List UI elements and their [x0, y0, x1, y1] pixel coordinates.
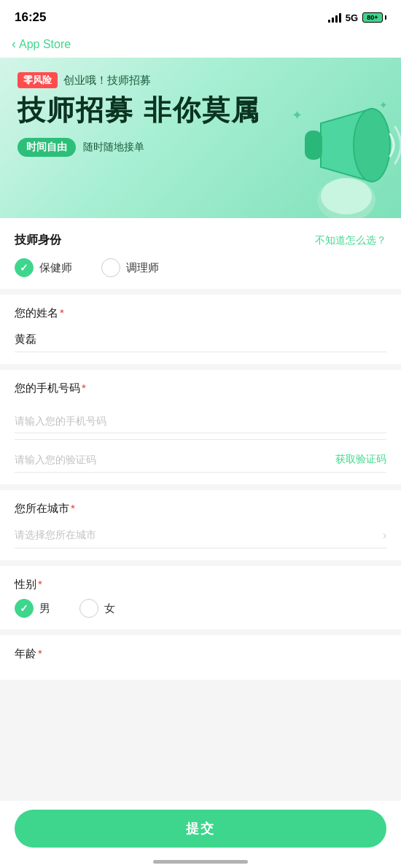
technician-title: 技师身份: [15, 233, 61, 248]
gender-section: 性别* 男 女: [0, 566, 401, 629]
phone-required: *: [82, 381, 86, 394]
radio-label-male: 男: [39, 602, 50, 616]
back-button[interactable]: ‹ App Store: [12, 36, 71, 52]
signal-bar-1: [328, 20, 330, 23]
name-required: *: [60, 306, 64, 319]
verify-code-input[interactable]: [15, 454, 335, 465]
radio-label-tiaoli: 调理师: [126, 261, 159, 275]
gender-label: 性别*: [15, 578, 386, 592]
back-chevron-icon: ‹: [12, 36, 16, 52]
city-label: 您所在城市*: [15, 502, 386, 516]
radio-circle-female[interactable]: [79, 599, 98, 618]
section-header: 技师身份 不知道怎么选？: [15, 233, 386, 248]
radio-option-baojian[interactable]: 保健师: [15, 258, 72, 277]
city-required: *: [71, 502, 75, 514]
network-type: 5G: [346, 12, 358, 23]
age-required: *: [38, 647, 42, 659]
city-selector[interactable]: 请选择您所在城市 ›: [15, 523, 386, 549]
radio-option-male[interactable]: 男: [15, 599, 50, 618]
svg-text:✦: ✦: [292, 108, 303, 123]
gender-radio-group: 男 女: [15, 599, 386, 618]
svg-rect-4: [305, 131, 322, 160]
signal-icon: [328, 12, 341, 23]
phone-input[interactable]: [15, 408, 386, 433]
status-right: 5G 80+: [328, 12, 386, 23]
name-label: 您的姓名*: [15, 306, 386, 320]
help-link[interactable]: 不知道怎么选？: [315, 234, 386, 247]
name-section: 您的姓名*: [0, 295, 401, 364]
nav-bar: ‹ App Store: [0, 32, 401, 58]
radio-label-female: 女: [104, 602, 115, 616]
age-section: 年龄*: [0, 635, 401, 680]
banner-subtitle: 创业哦！技师招募: [63, 74, 151, 88]
technician-radio-group: 保健师 调理师: [15, 258, 386, 277]
phone-label: 您的手机号码*: [15, 381, 386, 395]
svg-point-1: [321, 178, 372, 214]
name-input[interactable]: [15, 328, 386, 352]
signal-bar-4: [339, 13, 341, 23]
home-indicator: [153, 860, 248, 864]
chevron-right-icon: ›: [383, 529, 386, 542]
banner: 零风险 创业哦！技师招募 技师招募 非你莫属 时间自由 随时随地接单 ✦ ✦: [0, 58, 401, 218]
battery-level: 80+: [367, 14, 378, 21]
radio-circle-male[interactable]: [15, 599, 34, 618]
radio-option-tiaoli[interactable]: 调理师: [101, 258, 159, 277]
status-bar: 16:25 5G 80+: [0, 0, 401, 32]
submit-button[interactable]: 提交: [15, 810, 386, 848]
gender-required: *: [38, 578, 42, 590]
city-placeholder: 请选择您所在城市: [15, 529, 96, 542]
banner-desc: 随时随地接单: [83, 141, 144, 154]
city-section: 您所在城市* 请选择您所在城市 ›: [0, 490, 401, 560]
radio-label-baojian: 保健师: [39, 261, 72, 275]
technician-section: 技师身份 不知道怎么选？ 保健师 调理师: [0, 218, 401, 289]
age-label: 年龄*: [15, 647, 386, 661]
battery-tip: [385, 15, 386, 20]
submit-wrap: 提交: [0, 801, 401, 868]
phone-input-wrap: [15, 403, 386, 440]
phone-section: 您的手机号码* 获取验证码: [0, 370, 401, 484]
radio-option-female[interactable]: 女: [79, 599, 115, 618]
megaphone-illustration: ✦ ✦: [277, 80, 401, 218]
radio-circle-baojian[interactable]: [15, 258, 34, 277]
back-label: App Store: [19, 38, 71, 51]
signal-bar-2: [332, 18, 334, 23]
battery: 80+: [362, 12, 386, 23]
battery-box: 80+: [362, 12, 383, 23]
zero-risk-tag: 零风险: [17, 72, 58, 88]
get-code-button[interactable]: 获取验证码: [335, 453, 386, 466]
verify-row: 获取验证码: [15, 447, 386, 473]
time-free-tag: 时间自由: [17, 138, 76, 157]
signal-bar-3: [335, 15, 338, 23]
svg-point-3: [354, 109, 390, 182]
status-time: 16:25: [15, 10, 46, 25]
form-container: 技师身份 不知道怎么选？ 保健师 调理师 您的姓名* 您的手机号码*: [0, 218, 401, 759]
radio-circle-tiaoli[interactable]: [101, 258, 120, 277]
svg-text:✦: ✦: [379, 99, 388, 111]
